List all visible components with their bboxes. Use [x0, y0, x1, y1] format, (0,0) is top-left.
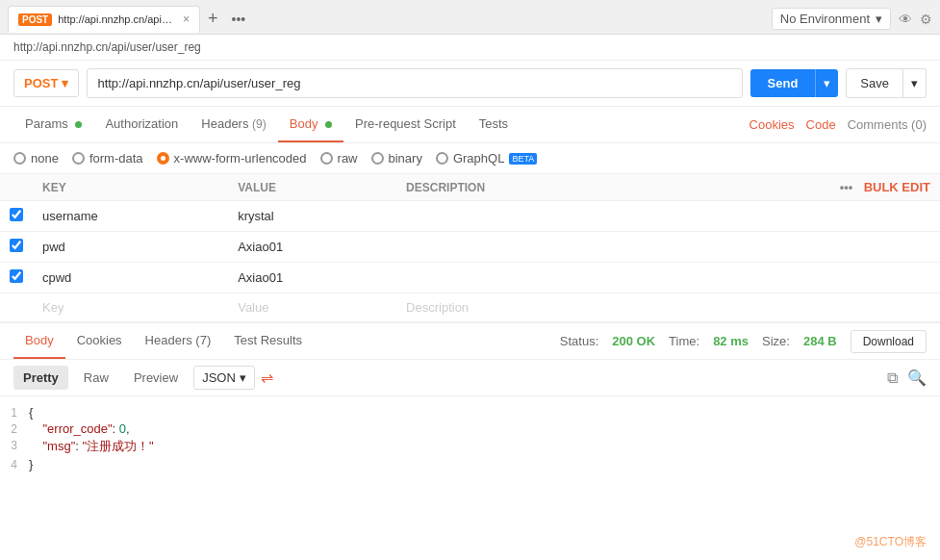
tab-authorization[interactable]: Authorization [93, 107, 190, 142]
resp-tab-body[interactable]: Body [13, 323, 65, 359]
tab-method-badge: POST [18, 13, 52, 26]
radio-graphql[interactable]: GraphQL BETA [436, 151, 537, 165]
comments-link[interactable]: Comments (0) [848, 117, 927, 132]
line-num-4: 4 [0, 457, 29, 471]
params-dot [75, 121, 82, 128]
radio-urlencoded[interactable]: x-www-form-urlencoded [157, 151, 307, 165]
status-label: Status: [560, 334, 598, 348]
cookies-link[interactable]: Cookies [749, 117, 795, 132]
download-button[interactable]: Download [851, 330, 927, 353]
row2-key[interactable]: pwd [33, 232, 228, 263]
row2-checkbox[interactable] [10, 239, 23, 252]
request-tabs: Params Authorization Headers (9) Body Pr… [0, 107, 940, 143]
tab-close-icon[interactable]: × [183, 13, 190, 26]
tab-body[interactable]: Body [278, 107, 343, 142]
line-num-3: 3 [0, 438, 29, 455]
format-pretty[interactable]: Pretty [13, 366, 68, 390]
line-num-1: 1 [0, 405, 29, 420]
send-dropdown-button[interactable]: ▾ [815, 69, 838, 97]
save-btn-group: Save ▾ [846, 68, 927, 98]
search-icon[interactable]: 🔍 [907, 369, 927, 387]
code-area: 1 { 2 "error_code": 0, 3 "msg": "注册成功！" … [0, 396, 940, 483]
row1-key[interactable]: username [33, 201, 228, 232]
radio-raw-circle [320, 152, 333, 165]
row1-actions [652, 201, 940, 232]
right-links: Cookies Code Comments (0) [749, 117, 927, 132]
watermark: @51CTO博客 [854, 534, 927, 550]
send-button[interactable]: Send [750, 69, 816, 97]
code-link[interactable]: Code [806, 117, 836, 132]
line-content-1: { [29, 405, 33, 420]
radio-urlencoded-circle [157, 152, 169, 165]
radio-binary[interactable]: binary [371, 151, 422, 165]
radio-none[interactable]: none [13, 151, 59, 165]
format-raw[interactable]: Raw [74, 366, 118, 390]
env-gear-icon[interactable]: ⚙ [920, 12, 932, 27]
resp-tab-headers[interactable]: Headers (7) [134, 323, 223, 359]
table-dots-menu[interactable]: ••• [840, 180, 853, 194]
row3-value[interactable]: Axiao01 [228, 263, 396, 293]
status-value: 200 OK [612, 334, 655, 348]
row2-actions [652, 232, 940, 263]
code-line-1: 1 { [0, 404, 940, 420]
tab-more-button[interactable]: ••• [226, 12, 252, 27]
response-toolbar: Pretty Raw Preview JSON ▾ ⇌ ⧉ 🔍 [0, 360, 940, 396]
tab-headers[interactable]: Headers (9) [190, 107, 277, 142]
resp-tab-test-results[interactable]: Test Results [222, 323, 314, 359]
tab-pre-request-script[interactable]: Pre-request Script [343, 107, 468, 142]
code-line-4: 4 } [0, 456, 940, 472]
line-num-2: 2 [0, 421, 29, 436]
send-btn-group: Send ▾ [750, 69, 839, 97]
table-row: username krystal [0, 201, 940, 232]
size-label: Size: [762, 334, 790, 348]
lang-select[interactable]: JSON ▾ [193, 366, 255, 390]
format-align-icon[interactable]: ⇌ [261, 369, 273, 387]
row1-value[interactable]: krystal [228, 201, 396, 232]
env-eye-icon[interactable]: 👁 [899, 12, 912, 27]
radio-graphql-circle [436, 152, 448, 165]
new-tab-button[interactable]: + [200, 9, 226, 29]
bulk-edit-button[interactable]: Bulk Edit [864, 180, 930, 194]
code-line-3: 3 "msg": "注册成功！" [0, 437, 940, 456]
response-tabs-row: Body Cookies Headers (7) Test Results St… [0, 323, 940, 360]
response-status: Status: 200 OK Time: 82 ms Size: 284 B D… [560, 330, 927, 353]
th-actions: ••• Bulk Edit [652, 174, 940, 201]
placeholder-desc[interactable]: Description [396, 293, 652, 322]
tab-url-text: http://api.nnzhp.cn/api/user/u... [58, 13, 173, 25]
save-dropdown-button[interactable]: ▾ [903, 68, 927, 98]
params-table-wrapper: KEY VALUE DESCRIPTION ••• Bulk Edit user… [0, 174, 940, 323]
row2-value[interactable]: Axiao01 [228, 232, 396, 263]
lang-label: JSON [202, 370, 236, 385]
radio-binary-circle [371, 152, 384, 165]
env-select[interactable]: No Environment ▾ [772, 8, 891, 30]
tab-tests[interactable]: Tests [468, 107, 520, 142]
size-value: 284 B [803, 334, 837, 348]
row1-checkbox[interactable] [10, 208, 23, 221]
copy-icon[interactable]: ⧉ [887, 369, 898, 387]
row3-desc [396, 263, 652, 293]
th-value: VALUE [228, 174, 396, 201]
body-types: none form-data x-www-form-urlencoded raw… [0, 143, 940, 174]
radio-form-data[interactable]: form-data [72, 151, 143, 165]
line-content-4: } [29, 457, 33, 471]
row1-desc [396, 201, 652, 232]
placeholder-value[interactable]: Value [228, 293, 396, 322]
radio-form-data-circle [72, 152, 85, 165]
line-content-2: "error_code": 0, [29, 421, 130, 436]
row3-checkbox[interactable] [10, 269, 23, 283]
resp-tab-cookies[interactable]: Cookies [65, 323, 134, 359]
format-preview[interactable]: Preview [124, 366, 188, 390]
placeholder-key[interactable]: Key [33, 293, 228, 322]
save-button[interactable]: Save [846, 68, 903, 98]
browser-tab[interactable]: POST http://api.nnzhp.cn/api/user/u... × [8, 6, 200, 33]
table-row: pwd Axiao01 [0, 232, 940, 263]
method-select[interactable]: POST ▾ [13, 69, 79, 97]
time-label: Time: [669, 334, 699, 348]
row3-key[interactable]: cpwd [33, 263, 228, 293]
tab-params[interactable]: Params [13, 107, 93, 142]
tab-bar: POST http://api.nnzhp.cn/api/user/u... ×… [0, 0, 940, 35]
radio-raw[interactable]: raw [320, 151, 358, 165]
th-checkbox [0, 174, 33, 201]
url-input[interactable] [87, 68, 742, 98]
code-line-2: 2 "error_code": 0, [0, 420, 940, 437]
